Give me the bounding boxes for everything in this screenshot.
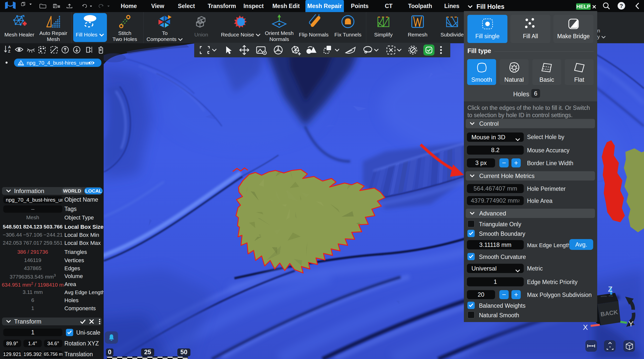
svg-text:?: ? <box>620 3 623 9</box>
svg-text:0: 0 <box>108 348 111 355</box>
svg-text:50: 50 <box>180 348 187 355</box>
svg-text:A: A <box>8 45 11 49</box>
svg-text:X: X <box>583 323 588 331</box>
svg-text:25: 25 <box>144 348 151 355</box>
svg-text:Z: Z <box>608 285 613 293</box>
svg-text:Z: Z <box>8 49 10 53</box>
svg-text:Y: Y <box>628 320 633 328</box>
